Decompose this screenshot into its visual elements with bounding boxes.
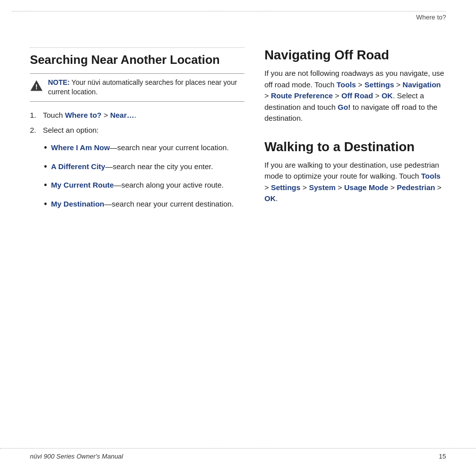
bullet-4-text: My Destination—search near your current … <box>51 199 234 210</box>
page-container: Where to? Searching Near Another Locatio… <box>0 0 476 476</box>
step-2-text: Select an option: <box>43 125 99 136</box>
walking-section: Walking to a Destination If you are walk… <box>264 139 446 205</box>
ok-kw-1: OK <box>382 91 393 100</box>
note-body: Your nüvi automatically searches for pla… <box>48 78 237 96</box>
bullet-1-text: Where I Am Now—search near your current … <box>51 142 229 154</box>
step-1-text: Touch Where to? > Near…. <box>43 110 136 121</box>
bullet-2-text: A Different City—search near the city yo… <box>51 161 213 173</box>
usage-mode-kw: Usage Mode <box>344 183 388 192</box>
page-footer: nüvi 900 Series Owner's Manual 15 <box>0 448 476 460</box>
numbered-list: 1. Touch Where to? > Near…. 2. Select an… <box>30 110 244 136</box>
left-section-title: Searching Near Another Location <box>30 53 244 67</box>
step-2-num: 2. <box>30 125 39 136</box>
ok-kw-2: OK <box>264 194 276 203</box>
different-city-kw: A Different City <box>51 162 105 171</box>
content-columns: Searching Near Another Location ! NOTE: … <box>30 47 446 220</box>
settings-kw-1: Settings <box>365 80 394 89</box>
bullet-dot-1: • <box>44 142 47 154</box>
tools-kw-1: Tools <box>337 80 356 89</box>
off-road-title: Navigating Off Road <box>264 47 446 63</box>
system-kw: System <box>309 183 335 192</box>
settings-kw-2: Settings <box>271 183 300 192</box>
header-label: Where to? <box>416 13 446 21</box>
step-1-num: 1. <box>30 110 39 121</box>
note-bold: NOTE: <box>48 78 70 86</box>
tools-kw-2: Tools <box>421 172 441 180</box>
step-1: 1. Touch Where to? > Near…. <box>30 110 244 121</box>
step-2: 2. Select an option: <box>30 125 244 136</box>
bullet-2: • A Different City—search near the city … <box>44 161 244 173</box>
walking-paragraph: If you are walking to your destination, … <box>264 160 446 205</box>
bullet-1: • Where I Am Now—search near your curren… <box>44 142 244 154</box>
where-i-am-now-kw: Where I Am Now <box>51 143 110 152</box>
bullet-3: • My Current Route—search along your act… <box>44 180 244 191</box>
navigation-kw: Navigation <box>403 80 441 89</box>
footer-page-number: 15 <box>439 453 446 460</box>
bullet-dot-2: • <box>44 161 47 173</box>
warning-icon: ! <box>30 78 43 94</box>
my-destination-kw: My Destination <box>51 200 104 208</box>
navigating-off-road-section: Navigating Off Road If you are not follo… <box>264 47 446 124</box>
note-box: ! NOTE: Your nüvi automatically searches… <box>30 73 244 102</box>
where-to-kw: Where to? <box>65 111 101 119</box>
my-current-route-kw: My Current Route <box>51 181 114 189</box>
near-kw: Near… <box>110 111 134 119</box>
right-column: Navigating Off Road If you are not follo… <box>264 47 446 220</box>
note-text: NOTE: Your nüvi automatically searches f… <box>48 78 244 97</box>
svg-text:!: ! <box>35 83 38 91</box>
bullet-list: • Where I Am Now—search near your curren… <box>44 142 244 210</box>
off-road-kw: Off Road <box>341 91 373 100</box>
go-kw: Go! <box>338 103 351 111</box>
footer-manual-title: nüvi 900 Series Owner's Manual <box>30 453 123 460</box>
bullet-4: • My Destination—search near your curren… <box>44 199 244 210</box>
off-road-paragraph: If you are not following roadways as you… <box>264 68 446 124</box>
left-column: Searching Near Another Location ! NOTE: … <box>30 47 244 220</box>
bullet-dot-3: • <box>44 180 47 191</box>
bullet-3-text: My Current Route—search along your activ… <box>51 180 224 191</box>
pedestrian-kw: Pedestrian <box>397 183 435 192</box>
route-preference-kw: Route Preference <box>271 91 333 100</box>
walking-title: Walking to a Destination <box>264 139 446 155</box>
page-header: Where to? <box>12 11 446 21</box>
bullet-dot-4: • <box>44 199 47 210</box>
